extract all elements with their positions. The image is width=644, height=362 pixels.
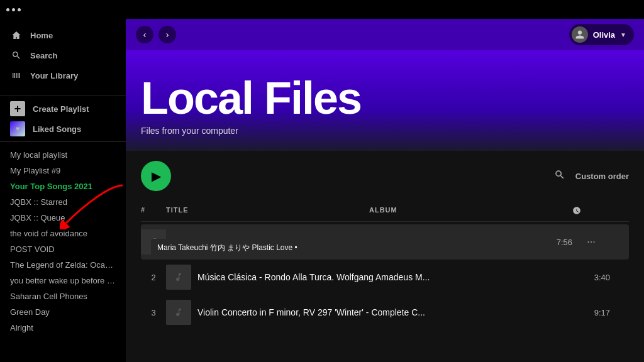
playlist-item-7[interactable]: The Legend of Zelda: Ocarin... (10, 257, 116, 273)
user-menu[interactable]: Olivia ▼ (569, 24, 634, 45)
play-button[interactable]: ▶ (141, 161, 171, 191)
song-cell-1: Maria Takeuchi 竹内 まりや Plastic Love (141, 229, 166, 255)
nav-buttons: ‹ › (136, 26, 176, 43)
create-playlist-label: Create Playlist (33, 104, 89, 114)
row-num-3: 3 ▶ (141, 308, 166, 317)
duration-cell-3: 9:17 (572, 308, 610, 317)
col-duration (572, 206, 610, 216)
liked-songs-button[interactable]: ♥ Liked Songs (10, 121, 116, 136)
duration-cell-1: 7:56 (369, 238, 572, 247)
playlist-item-9[interactable]: Saharan Cell Phones (10, 288, 116, 304)
tracks-table: # TITLE ALBUM 1 ▶ M (126, 201, 644, 362)
playlist-item-3[interactable]: JQBX :: Starred (10, 194, 116, 210)
controls-bar: ▶ Custom order (126, 151, 644, 201)
dot2 (12, 8, 15, 11)
song-cell-2: Música Clásica - Rondo Alla Turca. Wolfg… (166, 265, 430, 290)
dot1 (6, 8, 9, 11)
sidebar-item-search[interactable]: Search (10, 45, 116, 65)
top-bar (0, 0, 644, 19)
sidebar-item-library[interactable]: Your Library (10, 65, 116, 85)
playlist-item-0[interactable]: My local playlist (10, 147, 116, 163)
playlist-item-4[interactable]: JQBX :: Queue (10, 210, 116, 226)
more-options-1[interactable]: ··· (572, 236, 610, 248)
dot3 (18, 8, 21, 11)
col-album: ALBUM (369, 206, 572, 216)
playlist-item-5[interactable]: the void of avoidance (10, 226, 116, 241)
header-bar: ‹ › Olivia ▼ (126, 19, 644, 50)
back-button[interactable]: ‹ (136, 26, 153, 43)
chevron-down-icon: ▼ (620, 31, 626, 38)
playlist-item-11[interactable]: Alright (10, 320, 116, 336)
playlist-list: My local playlist My Playlist #9 Your To… (0, 147, 126, 356)
sidebar: Home Search Your Library + Create Playli… (0, 19, 126, 362)
create-playlist-button[interactable]: + Create Playlist (10, 101, 116, 116)
song-info-3: Violin Concerto in F minor, RV 297 'Wint… (197, 307, 425, 317)
window-controls[interactable] (6, 8, 21, 11)
playlist-item-1[interactable]: My Playlist #9 (10, 163, 116, 178)
liked-songs-label: Liked Songs (33, 124, 81, 134)
table-row[interactable]: 3 ▶ Violin Concerto in F minor, RV 297 '… (141, 295, 629, 330)
playlist-item-2[interactable]: Your Top Songs 2021 (10, 178, 116, 194)
library-icon (10, 69, 23, 82)
song-title-2: Música Clásica - Rondo Alla Turca. Wolfg… (197, 272, 430, 282)
duration-cell-2: 3:40 (572, 273, 610, 282)
user-name: Olivia (593, 30, 615, 40)
hero-subtitle: Files from your computer (141, 126, 629, 136)
sidebar-item-home[interactable]: Home (10, 25, 116, 45)
search-icon (10, 49, 23, 62)
song-title-3: Violin Concerto in F minor, RV 297 'Wint… (197, 307, 425, 317)
heart-icon: ♥ (10, 121, 25, 136)
table-row[interactable]: 2 ▶ Música Clásica - Rondo Alla Turca. W… (141, 260, 629, 295)
table-header: # TITLE ALBUM (141, 201, 629, 222)
search-label: Search (30, 51, 57, 60)
song-thumbnail-1 (141, 229, 166, 255)
row-num-2: 2 ▶ (141, 273, 166, 282)
controls-right: Custom order (554, 169, 629, 184)
forward-button[interactable]: › (158, 26, 176, 43)
playlist-item-8[interactable]: you better wake up before y... (10, 273, 116, 288)
song-thumbnail-2 (166, 265, 191, 290)
plus-icon: + (10, 101, 25, 116)
avatar (572, 26, 588, 43)
search-tracks-icon[interactable] (554, 169, 565, 184)
playlist-item-10[interactable]: Green Day (10, 304, 116, 320)
custom-order-button[interactable]: Custom order (575, 172, 629, 181)
sidebar-actions: + Create Playlist ♥ Liked Songs (0, 96, 126, 142)
song-cell-3: Violin Concerto in F minor, RV 297 'Wint… (166, 300, 425, 325)
col-num: # (141, 206, 166, 216)
song-info-2: Música Clásica - Rondo Alla Turca. Wolfg… (197, 272, 430, 282)
library-label: Your Library (30, 71, 78, 80)
home-label: Home (30, 31, 53, 40)
hero-section: Local Files Files from your computer (126, 50, 644, 151)
home-icon (10, 29, 23, 41)
sidebar-nav: Home Search Your Library (0, 25, 126, 85)
main-layout: Home Search Your Library + Create Playli… (0, 19, 644, 362)
main-content: ‹ › Olivia ▼ Local Files Files from your… (126, 19, 644, 362)
playlist-item-6[interactable]: POST VOID (10, 241, 116, 257)
play-icon: ▶ (152, 168, 161, 184)
col-more (610, 206, 629, 216)
table-row[interactable]: 1 ▶ Maria Takeuchi 竹内 まりや Plastic Love 7… (141, 224, 629, 260)
row-number-text: 3 (151, 308, 155, 317)
row-number-text: 2 (151, 273, 155, 282)
col-title: TITLE (166, 206, 369, 216)
page-title: Local Files (141, 75, 629, 121)
song-thumbnail-3 (166, 300, 191, 325)
